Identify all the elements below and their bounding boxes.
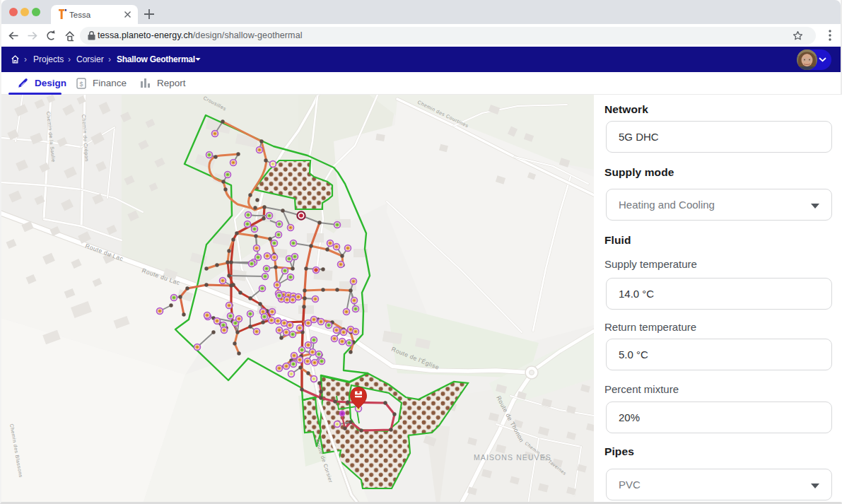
svg-text:$: $ [79,80,83,87]
svg-text:MAISONS NEUVES: MAISONS NEUVES [474,453,551,462]
